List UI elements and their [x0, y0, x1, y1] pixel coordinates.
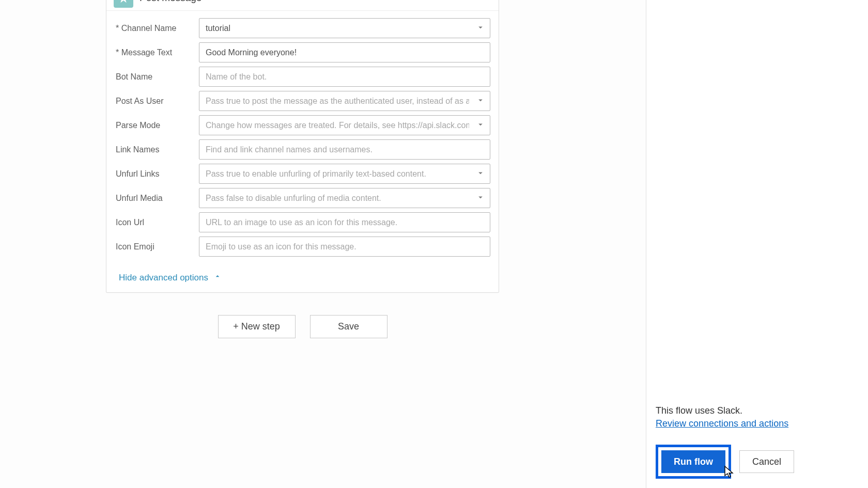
slack-icon — [114, 0, 133, 8]
flow-canvas: Post message * Channel Name * Message Te… — [0, 0, 646, 488]
label-post-as-user: Post As User — [115, 97, 199, 106]
card-header[interactable]: Post message — [106, 0, 499, 11]
card-form: * Channel Name * Message Text Bot Name — [106, 11, 499, 265]
advanced-toggle-label: Hide advanced options — [119, 273, 208, 283]
label-link-names: Link Names — [115, 145, 199, 154]
review-connections-link[interactable]: Review connections and actions — [656, 418, 788, 429]
link-names-input[interactable] — [199, 139, 490, 160]
channel-name-select[interactable] — [199, 18, 490, 38]
canvas-button-row: + New step Save — [106, 315, 499, 338]
unfurl-media-select[interactable] — [199, 188, 490, 208]
bot-name-input[interactable] — [199, 67, 490, 87]
action-card-post-message: Post message * Channel Name * Message Te… — [106, 0, 499, 293]
run-flow-panel: This flow uses Slack. Review connections… — [646, 0, 868, 488]
card-title: Post message — [140, 0, 479, 4]
parse-mode-select[interactable] — [199, 115, 490, 135]
label-bot-name: Bot Name — [115, 72, 199, 82]
run-flow-highlight: Run flow — [656, 445, 731, 479]
run-flow-button[interactable]: Run flow — [661, 450, 725, 473]
unfurl-links-select[interactable] — [199, 164, 490, 184]
icon-emoji-input[interactable] — [199, 237, 490, 257]
hide-advanced-options-toggle[interactable]: Hide advanced options — [106, 265, 499, 292]
label-icon-url: Icon Url — [115, 218, 199, 227]
cancel-button[interactable]: Cancel — [739, 450, 794, 473]
label-channel-name: * Channel Name — [115, 24, 199, 33]
save-button[interactable]: Save — [310, 315, 388, 338]
label-message-text: * Message Text — [115, 48, 199, 57]
label-unfurl-links: Unfurl Links — [115, 169, 199, 179]
chevron-up-icon — [213, 272, 222, 283]
message-text-input[interactable] — [199, 42, 490, 62]
new-step-button[interactable]: + New step — [218, 315, 296, 338]
icon-url-input[interactable] — [199, 212, 490, 232]
label-icon-emoji: Icon Emoji — [115, 242, 199, 251]
panel-note: This flow uses Slack. — [656, 405, 859, 416]
post-as-user-select[interactable] — [199, 91, 490, 111]
label-parse-mode: Parse Mode — [115, 121, 199, 130]
label-unfurl-media: Unfurl Media — [115, 194, 199, 203]
